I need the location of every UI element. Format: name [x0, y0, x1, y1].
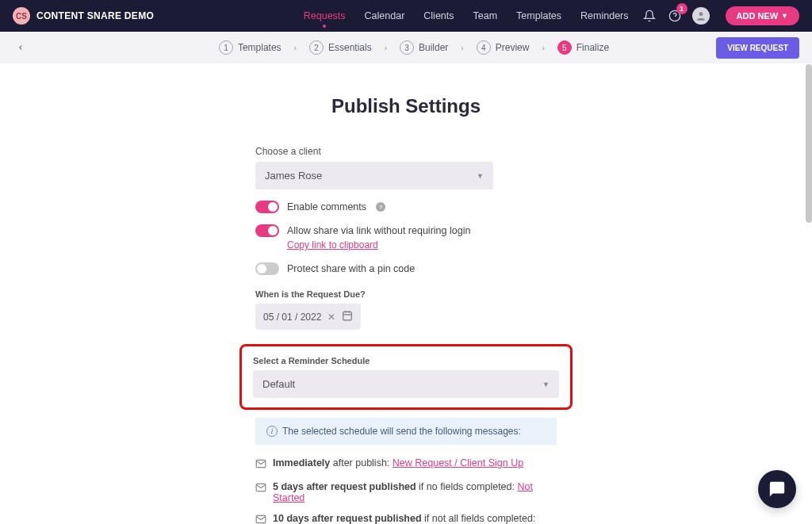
topbar: CS CONTENT SNARE DEMO RequestsCalendarCl… — [0, 0, 812, 32]
svg-point-1 — [699, 12, 703, 16]
due-date-value: 05 / 01 / 2022 — [263, 312, 321, 323]
due-section: When is the Request Due? 05 / 01 / 2022 … — [255, 289, 557, 330]
schedule-info-text: The selected schedule will send the foll… — [282, 426, 521, 437]
reminder-label: Select a Reminder Schedule — [253, 356, 559, 365]
clear-date-icon[interactable]: ✕ — [327, 312, 335, 323]
avatar[interactable] — [692, 7, 710, 25]
back-button[interactable] — [13, 40, 29, 55]
toggle-pin[interactable] — [255, 262, 279, 275]
brand-name: CONTENT SNARE DEMO — [36, 10, 154, 21]
due-label: When is the Request Due? — [255, 289, 557, 299]
step-preview[interactable]: 4Preview — [477, 40, 530, 55]
info-icon: i — [266, 426, 278, 437]
toggle-comments-row: Enable comments ? — [255, 201, 557, 213]
step-essentials[interactable]: 2Essentials — [309, 40, 372, 55]
schedule-row: Immediately after publish: New Request /… — [255, 457, 557, 472]
toggle-pin-row: Protect share with a pin code — [255, 262, 557, 275]
nav-team[interactable]: Team — [473, 10, 498, 21]
step-label: Preview — [496, 42, 530, 53]
step-label: Finalize — [576, 42, 609, 53]
nav-calendar[interactable]: Calendar — [365, 10, 405, 21]
schedule-text: Immediately after publish: New Request /… — [273, 457, 523, 469]
envelope-icon — [255, 482, 266, 495]
envelope-icon — [255, 458, 266, 472]
add-new-button[interactable]: ADD NEW ▼ — [726, 6, 799, 25]
nav-icons: 1 ADD NEW ▼ — [642, 6, 799, 25]
envelope-icon — [255, 514, 266, 524]
svg-rect-2 — [343, 312, 352, 320]
schedule-text: 5 days after request published if no fie… — [273, 481, 557, 503]
primary-nav: RequestsCalendarClientsTeamTemplatesRemi… — [304, 10, 629, 21]
chat-button[interactable] — [758, 470, 796, 508]
calendar-icon[interactable] — [342, 310, 353, 323]
step-number: 5 — [557, 40, 572, 55]
toggle-comments[interactable] — [255, 201, 279, 213]
schedule-link[interactable]: New Request / Client Sign Up — [393, 457, 523, 469]
view-request-button[interactable]: VIEW REQUEST — [716, 37, 799, 59]
chevron-right-icon: › — [461, 44, 463, 52]
chevron-right-icon: › — [385, 44, 387, 52]
page-title: Publish Settings — [136, 95, 676, 117]
add-new-label: ADD NEW — [737, 11, 779, 21]
client-label: Choose a client — [255, 146, 557, 157]
toggle-pin-label: Protect share with a pin code — [287, 263, 415, 274]
brand-badge: CS — [13, 7, 30, 25]
client-select[interactable]: James Rose ▼ — [255, 162, 493, 189]
step-number: 1 — [219, 40, 233, 55]
toggle-share-row: Allow share via link without requiring l… — [255, 224, 557, 237]
copy-link[interactable]: Copy link to clipboard — [287, 239, 378, 251]
toggle-share-label: Allow share via link without requiring l… — [287, 225, 470, 236]
nav-reminders[interactable]: Reminders — [580, 10, 628, 21]
step-number: 2 — [309, 40, 324, 55]
help-icon[interactable]: 1 — [667, 8, 683, 24]
chevron-down-icon: ▼ — [542, 381, 550, 388]
nav-templates[interactable]: Templates — [516, 10, 561, 21]
chevron-right-icon: › — [294, 44, 297, 52]
reminder-select[interactable]: Default ▼ — [253, 370, 559, 398]
chevron-right-icon: › — [542, 44, 544, 52]
steps: 1Templates›2Essentials›3Builder›4Preview… — [219, 40, 609, 55]
step-label: Builder — [419, 42, 448, 53]
step-label: Essentials — [328, 42, 372, 53]
step-builder[interactable]: 3Builder — [400, 40, 448, 55]
nav-requests[interactable]: Requests — [304, 10, 346, 21]
scrollbar[interactable] — [806, 64, 812, 223]
bell-icon[interactable] — [642, 8, 657, 24]
reminder-highlight: Select a Reminder Schedule Default ▼ — [239, 344, 573, 410]
schedule-row: 10 days after request published if not a… — [255, 513, 557, 524]
step-number: 3 — [400, 40, 414, 55]
help-badge: 1 — [676, 3, 688, 14]
stepbar: 1Templates›2Essentials›3Builder›4Preview… — [0, 32, 812, 63]
schedule-text: 10 days after request published if not a… — [273, 513, 557, 524]
client-value: James Rose — [265, 170, 322, 182]
reminder-value: Default — [262, 378, 295, 390]
nav-clients[interactable]: Clients — [423, 10, 454, 21]
main: Publish Settings Choose a client James R… — [136, 63, 676, 524]
help-icon[interactable]: ? — [376, 202, 385, 212]
step-number: 4 — [477, 40, 491, 55]
schedule-row: 5 days after request published if no fie… — [255, 481, 557, 503]
chevron-down-icon: ▼ — [477, 172, 484, 180]
schedule-info: i The selected schedule will send the fo… — [255, 418, 557, 445]
client-section: Choose a client James Rose ▼ Enable comm… — [136, 146, 676, 330]
chevron-down-icon: ▼ — [781, 12, 788, 20]
toggle-share[interactable] — [255, 224, 279, 237]
due-date-input[interactable]: 05 / 01 / 2022 ✕ — [255, 304, 361, 330]
schedule-list: Immediately after publish: New Request /… — [136, 457, 676, 524]
toggle-comments-label: Enable comments — [287, 201, 366, 212]
step-finalize[interactable]: 5Finalize — [557, 40, 609, 55]
step-label: Templates — [238, 42, 282, 53]
step-templates[interactable]: 1Templates — [219, 40, 282, 55]
